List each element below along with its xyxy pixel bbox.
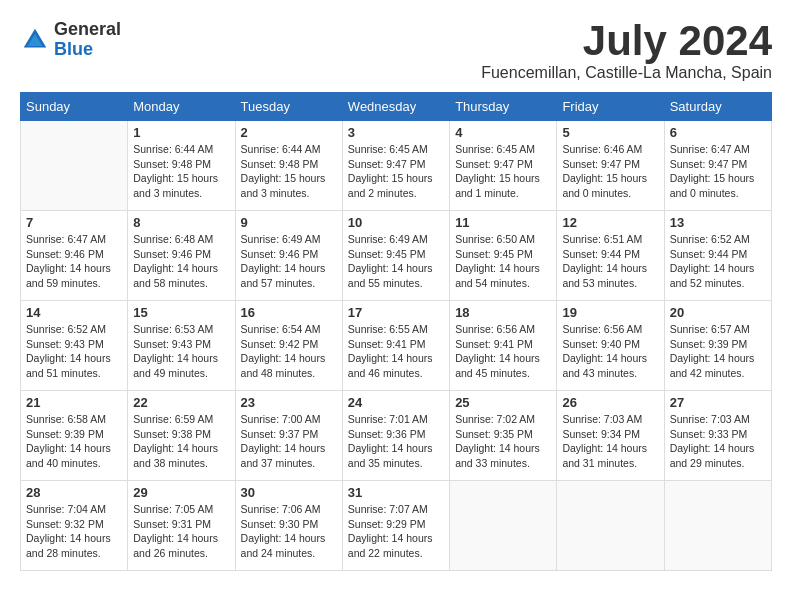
day-number: 24 bbox=[348, 395, 444, 410]
calendar-cell: 26Sunrise: 7:03 AMSunset: 9:34 PMDayligh… bbox=[557, 391, 664, 481]
logo: General Blue bbox=[20, 20, 121, 60]
weekday-header-monday: Monday bbox=[128, 93, 235, 121]
calendar-cell bbox=[664, 481, 771, 571]
day-number: 7 bbox=[26, 215, 122, 230]
day-info: Sunrise: 7:03 AMSunset: 9:34 PMDaylight:… bbox=[562, 412, 658, 471]
title-area: July 2024 Fuencemillan, Castille-La Manc… bbox=[481, 20, 772, 82]
day-number: 28 bbox=[26, 485, 122, 500]
logo-text: General Blue bbox=[54, 20, 121, 60]
day-number: 21 bbox=[26, 395, 122, 410]
calendar-week-row: 28Sunrise: 7:04 AMSunset: 9:32 PMDayligh… bbox=[21, 481, 772, 571]
day-number: 1 bbox=[133, 125, 229, 140]
calendar-cell: 29Sunrise: 7:05 AMSunset: 9:31 PMDayligh… bbox=[128, 481, 235, 571]
calendar-cell: 13Sunrise: 6:52 AMSunset: 9:44 PMDayligh… bbox=[664, 211, 771, 301]
calendar-cell: 8Sunrise: 6:48 AMSunset: 9:46 PMDaylight… bbox=[128, 211, 235, 301]
calendar-cell: 3Sunrise: 6:45 AMSunset: 9:47 PMDaylight… bbox=[342, 121, 449, 211]
calendar-cell: 24Sunrise: 7:01 AMSunset: 9:36 PMDayligh… bbox=[342, 391, 449, 481]
day-number: 4 bbox=[455, 125, 551, 140]
weekday-header-saturday: Saturday bbox=[664, 93, 771, 121]
calendar-cell: 22Sunrise: 6:59 AMSunset: 9:38 PMDayligh… bbox=[128, 391, 235, 481]
calendar-week-row: 21Sunrise: 6:58 AMSunset: 9:39 PMDayligh… bbox=[21, 391, 772, 481]
calendar-cell: 17Sunrise: 6:55 AMSunset: 9:41 PMDayligh… bbox=[342, 301, 449, 391]
calendar-week-row: 7Sunrise: 6:47 AMSunset: 9:46 PMDaylight… bbox=[21, 211, 772, 301]
day-number: 30 bbox=[241, 485, 337, 500]
calendar-cell: 25Sunrise: 7:02 AMSunset: 9:35 PMDayligh… bbox=[450, 391, 557, 481]
day-info: Sunrise: 6:48 AMSunset: 9:46 PMDaylight:… bbox=[133, 232, 229, 291]
day-number: 18 bbox=[455, 305, 551, 320]
day-number: 22 bbox=[133, 395, 229, 410]
calendar-cell: 14Sunrise: 6:52 AMSunset: 9:43 PMDayligh… bbox=[21, 301, 128, 391]
day-info: Sunrise: 7:07 AMSunset: 9:29 PMDaylight:… bbox=[348, 502, 444, 561]
day-info: Sunrise: 6:59 AMSunset: 9:38 PMDaylight:… bbox=[133, 412, 229, 471]
day-number: 5 bbox=[562, 125, 658, 140]
day-info: Sunrise: 6:46 AMSunset: 9:47 PMDaylight:… bbox=[562, 142, 658, 201]
day-info: Sunrise: 7:02 AMSunset: 9:35 PMDaylight:… bbox=[455, 412, 551, 471]
day-number: 19 bbox=[562, 305, 658, 320]
weekday-header-thursday: Thursday bbox=[450, 93, 557, 121]
day-number: 27 bbox=[670, 395, 766, 410]
day-info: Sunrise: 6:45 AMSunset: 9:47 PMDaylight:… bbox=[348, 142, 444, 201]
day-info: Sunrise: 6:55 AMSunset: 9:41 PMDaylight:… bbox=[348, 322, 444, 381]
day-number: 31 bbox=[348, 485, 444, 500]
day-number: 9 bbox=[241, 215, 337, 230]
calendar-cell: 23Sunrise: 7:00 AMSunset: 9:37 PMDayligh… bbox=[235, 391, 342, 481]
calendar-cell: 1Sunrise: 6:44 AMSunset: 9:48 PMDaylight… bbox=[128, 121, 235, 211]
day-info: Sunrise: 7:03 AMSunset: 9:33 PMDaylight:… bbox=[670, 412, 766, 471]
calendar-week-row: 1Sunrise: 6:44 AMSunset: 9:48 PMDaylight… bbox=[21, 121, 772, 211]
day-info: Sunrise: 7:06 AMSunset: 9:30 PMDaylight:… bbox=[241, 502, 337, 561]
day-info: Sunrise: 6:44 AMSunset: 9:48 PMDaylight:… bbox=[241, 142, 337, 201]
calendar-week-row: 14Sunrise: 6:52 AMSunset: 9:43 PMDayligh… bbox=[21, 301, 772, 391]
day-number: 6 bbox=[670, 125, 766, 140]
weekday-header-friday: Friday bbox=[557, 93, 664, 121]
calendar-cell: 12Sunrise: 6:51 AMSunset: 9:44 PMDayligh… bbox=[557, 211, 664, 301]
weekday-header-row: SundayMondayTuesdayWednesdayThursdayFrid… bbox=[21, 93, 772, 121]
day-info: Sunrise: 6:47 AMSunset: 9:46 PMDaylight:… bbox=[26, 232, 122, 291]
calendar-cell: 5Sunrise: 6:46 AMSunset: 9:47 PMDaylight… bbox=[557, 121, 664, 211]
day-info: Sunrise: 6:56 AMSunset: 9:40 PMDaylight:… bbox=[562, 322, 658, 381]
day-info: Sunrise: 6:44 AMSunset: 9:48 PMDaylight:… bbox=[133, 142, 229, 201]
day-info: Sunrise: 7:05 AMSunset: 9:31 PMDaylight:… bbox=[133, 502, 229, 561]
day-info: Sunrise: 7:04 AMSunset: 9:32 PMDaylight:… bbox=[26, 502, 122, 561]
calendar-cell bbox=[21, 121, 128, 211]
day-number: 10 bbox=[348, 215, 444, 230]
calendar-cell: 9Sunrise: 6:49 AMSunset: 9:46 PMDaylight… bbox=[235, 211, 342, 301]
calendar-cell: 7Sunrise: 6:47 AMSunset: 9:46 PMDaylight… bbox=[21, 211, 128, 301]
day-info: Sunrise: 6:52 AMSunset: 9:43 PMDaylight:… bbox=[26, 322, 122, 381]
calendar-cell: 31Sunrise: 7:07 AMSunset: 9:29 PMDayligh… bbox=[342, 481, 449, 571]
day-info: Sunrise: 6:56 AMSunset: 9:41 PMDaylight:… bbox=[455, 322, 551, 381]
page-header: General Blue July 2024 Fuencemillan, Cas… bbox=[20, 20, 772, 82]
day-number: 2 bbox=[241, 125, 337, 140]
day-number: 16 bbox=[241, 305, 337, 320]
day-info: Sunrise: 6:49 AMSunset: 9:45 PMDaylight:… bbox=[348, 232, 444, 291]
day-number: 25 bbox=[455, 395, 551, 410]
day-info: Sunrise: 7:00 AMSunset: 9:37 PMDaylight:… bbox=[241, 412, 337, 471]
day-info: Sunrise: 6:49 AMSunset: 9:46 PMDaylight:… bbox=[241, 232, 337, 291]
day-number: 8 bbox=[133, 215, 229, 230]
weekday-header-sunday: Sunday bbox=[21, 93, 128, 121]
weekday-header-tuesday: Tuesday bbox=[235, 93, 342, 121]
logo-blue-text: Blue bbox=[54, 40, 121, 60]
logo-general-text: General bbox=[54, 20, 121, 40]
day-number: 12 bbox=[562, 215, 658, 230]
calendar-cell: 21Sunrise: 6:58 AMSunset: 9:39 PMDayligh… bbox=[21, 391, 128, 481]
calendar-cell: 19Sunrise: 6:56 AMSunset: 9:40 PMDayligh… bbox=[557, 301, 664, 391]
day-info: Sunrise: 6:47 AMSunset: 9:47 PMDaylight:… bbox=[670, 142, 766, 201]
calendar-cell: 15Sunrise: 6:53 AMSunset: 9:43 PMDayligh… bbox=[128, 301, 235, 391]
day-info: Sunrise: 6:51 AMSunset: 9:44 PMDaylight:… bbox=[562, 232, 658, 291]
calendar-cell: 11Sunrise: 6:50 AMSunset: 9:45 PMDayligh… bbox=[450, 211, 557, 301]
day-info: Sunrise: 6:54 AMSunset: 9:42 PMDaylight:… bbox=[241, 322, 337, 381]
calendar-cell: 27Sunrise: 7:03 AMSunset: 9:33 PMDayligh… bbox=[664, 391, 771, 481]
calendar-cell: 10Sunrise: 6:49 AMSunset: 9:45 PMDayligh… bbox=[342, 211, 449, 301]
day-number: 14 bbox=[26, 305, 122, 320]
day-number: 26 bbox=[562, 395, 658, 410]
calendar-cell: 2Sunrise: 6:44 AMSunset: 9:48 PMDaylight… bbox=[235, 121, 342, 211]
day-info: Sunrise: 6:58 AMSunset: 9:39 PMDaylight:… bbox=[26, 412, 122, 471]
day-number: 29 bbox=[133, 485, 229, 500]
logo-icon bbox=[20, 25, 50, 55]
calendar-cell bbox=[557, 481, 664, 571]
month-title: July 2024 bbox=[481, 20, 772, 62]
calendar-cell: 28Sunrise: 7:04 AMSunset: 9:32 PMDayligh… bbox=[21, 481, 128, 571]
day-number: 23 bbox=[241, 395, 337, 410]
day-number: 3 bbox=[348, 125, 444, 140]
day-info: Sunrise: 6:45 AMSunset: 9:47 PMDaylight:… bbox=[455, 142, 551, 201]
